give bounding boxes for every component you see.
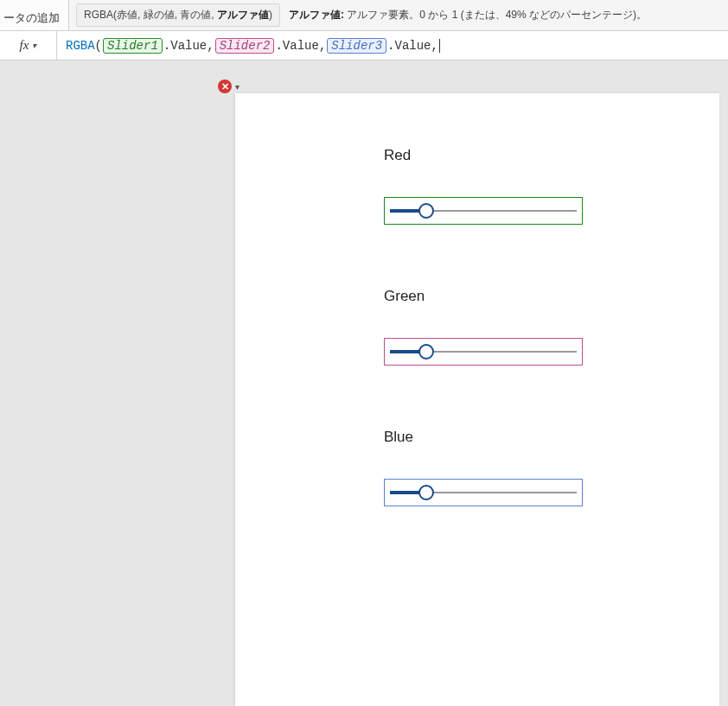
- slider-blue[interactable]: [384, 479, 583, 506]
- token-function: RGBA: [66, 39, 95, 53]
- blue-label: Blue: [384, 429, 583, 446]
- token-slider3: Slider3: [327, 38, 386, 54]
- blue-group: Blue: [384, 429, 583, 506]
- token-slider1: Slider1: [103, 38, 163, 54]
- app-canvas[interactable]: Red Green Blue: [235, 93, 719, 706]
- green-label: Green: [384, 288, 583, 305]
- chevron-down-icon: ▾: [235, 82, 239, 92]
- slider-thumb[interactable]: [418, 485, 434, 500]
- formula-input[interactable]: RGBA( Slider1.Value, Slider2.Value, Slid…: [57, 31, 728, 60]
- intellisense-bar: ータの追加 RGBA(赤値, 緑の値, 青の値, アルファ値) アルファ値: ア…: [0, 0, 728, 31]
- slider-green[interactable]: [384, 338, 583, 366]
- chevron-down-icon: ▾: [32, 41, 36, 50]
- error-indicator[interactable]: ✕ ▾: [218, 80, 239, 93]
- slider-red[interactable]: [384, 197, 583, 225]
- red-label: Red: [384, 147, 583, 164]
- text-cursor: [439, 39, 440, 53]
- error-icon: ✕: [218, 80, 232, 93]
- function-signature: RGBA(赤値, 緑の値, 青の値, アルファ値): [76, 3, 280, 27]
- parameter-description: アルファ値: アルファ要素。0 から 1 (または、49% などのパーセンテージ…: [289, 8, 647, 22]
- fx-label-text: fx: [20, 38, 29, 53]
- formula-bar: fx ▾ RGBA( Slider1.Value, Slider2.Value,…: [0, 31, 728, 60]
- work-area: ✕ ▾ Red Green Blue: [0, 60, 728, 706]
- slider-thumb[interactable]: [418, 203, 434, 219]
- fx-button[interactable]: fx ▾: [0, 31, 57, 60]
- ribbon-tab-data[interactable]: ータの追加: [0, 0, 69, 31]
- token-slider2: Slider2: [215, 38, 275, 54]
- slider-thumb[interactable]: [418, 344, 434, 359]
- ribbon-tab-label: ータの追加: [3, 10, 60, 26]
- red-group: Red: [384, 147, 583, 225]
- green-group: Green: [384, 288, 583, 366]
- formula-hint: RGBA(赤値, 緑の値, 青の値, アルファ値) アルファ値: アルファ要素。…: [69, 0, 728, 30]
